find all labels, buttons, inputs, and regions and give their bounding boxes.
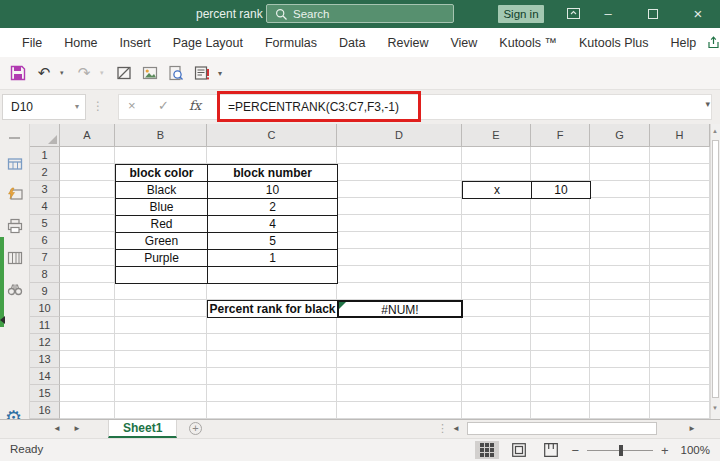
sheet-tab-sheet1[interactable]: Sheet1 (108, 420, 177, 438)
minimize-button[interactable]: – (593, 0, 623, 28)
formula-bar-drag-handle[interactable]: ⋮ (92, 99, 104, 113)
sign-in-button[interactable]: Sign in (498, 5, 544, 23)
cell-b2[interactable]: block color (115, 164, 208, 182)
qat-customize-icon[interactable]: ▾ (218, 69, 226, 78)
cell-b4[interactable]: Blue (115, 198, 208, 216)
tab-data[interactable]: Data (328, 36, 376, 50)
cell-b5[interactable]: Red (115, 215, 208, 233)
column-header-b[interactable]: B (115, 124, 207, 147)
row-header-2[interactable]: 2 (30, 164, 60, 181)
column-list-icon[interactable] (7, 250, 23, 266)
column-header-d[interactable]: D (337, 124, 462, 147)
name-box-dropdown-icon[interactable]: ▾ (75, 95, 79, 119)
hscroll-right-icon[interactable]: ► (688, 424, 696, 433)
tab-formulas[interactable]: Formulas (254, 36, 328, 50)
spreadsheet-grid[interactable]: ABCDEFGH12345678910111213141516block col… (30, 124, 710, 419)
print-preview-icon[interactable] (166, 62, 186, 84)
normal-view-button[interactable] (475, 441, 499, 459)
select-all-corner[interactable] (30, 124, 60, 147)
row-header-10[interactable]: 10 (30, 300, 60, 317)
name-box[interactable]: D10 ▾ (2, 94, 86, 120)
formula-bar-expand-icon[interactable]: ▾ (705, 99, 710, 109)
tab-kutools[interactable]: Kutools ™ (488, 36, 568, 50)
zoom-in-icon[interactable]: + (661, 443, 669, 458)
insert-function-icon[interactable]: fx (189, 98, 201, 113)
cell-c2[interactable]: block number (207, 164, 338, 182)
row-header-5[interactable]: 5 (30, 215, 60, 232)
page-break-view-button[interactable] (539, 441, 563, 459)
row-header-7[interactable]: 7 (30, 249, 60, 266)
row-header-8[interactable]: 8 (30, 266, 60, 283)
tab-insert[interactable]: Insert (109, 36, 162, 50)
column-header-f[interactable]: F (531, 124, 590, 147)
column-header-a[interactable]: A (60, 124, 115, 147)
enter-icon[interactable]: ✓ (158, 98, 169, 113)
tab-page-layout[interactable]: Page Layout (162, 36, 254, 50)
quick-pane-icon[interactable] (7, 186, 23, 202)
cancel-icon[interactable]: × (128, 98, 136, 113)
undo-icon[interactable]: ↶ (34, 62, 54, 84)
scroll-down-icon[interactable]: ▼ (712, 405, 718, 411)
column-header-g[interactable]: G (590, 124, 650, 147)
tab-help[interactable]: Help (660, 36, 708, 50)
tab-file[interactable]: File (11, 36, 53, 50)
cell-c6[interactable]: 5 (207, 232, 338, 250)
close-button[interactable]: × (683, 0, 713, 28)
cell-b6[interactable]: Green (115, 232, 208, 250)
row-header-3[interactable]: 3 (30, 181, 60, 198)
picture-icon[interactable] (140, 62, 160, 84)
new-sheet-button[interactable]: + (189, 422, 202, 435)
cell-c7[interactable]: 1 (207, 249, 338, 267)
form-alert-icon[interactable] (192, 62, 212, 84)
sheet-nav-left-icon[interactable]: ◄ (53, 424, 61, 433)
undo-dropdown-icon[interactable]: ▾ (60, 69, 68, 77)
zoom-slider[interactable] (587, 450, 653, 451)
column-header-e[interactable]: E (462, 124, 531, 147)
row-header-13[interactable]: 13 (30, 351, 60, 368)
scroll-up-icon[interactable]: ▲ (712, 128, 718, 134)
redo-icon[interactable]: ↷ (74, 62, 94, 84)
row-header-15[interactable]: 15 (30, 385, 60, 402)
cell-c4[interactable]: 2 (207, 198, 338, 216)
tab-home[interactable]: Home (53, 36, 108, 50)
workbook-table-icon[interactable] (7, 156, 23, 172)
row-header-12[interactable]: 12 (30, 334, 60, 351)
row-header-16[interactable]: 16 (30, 402, 60, 419)
sheet-nav-right-icon[interactable]: ► (73, 424, 81, 433)
hscroll-left-icon[interactable]: ◄ (452, 424, 460, 433)
cell-c5[interactable]: 4 (207, 215, 338, 233)
zoom-level[interactable]: 100% (681, 444, 710, 456)
column-header-c[interactable]: C (207, 124, 337, 147)
printer-icon[interactable] (7, 218, 23, 234)
maximize-button[interactable] (638, 0, 668, 28)
cell-f3[interactable]: 10 (531, 181, 591, 199)
pane-collapse-handle[interactable] (9, 137, 20, 139)
ribbon-display-options-icon[interactable] (558, 0, 588, 28)
cell-b3[interactable]: Black (115, 181, 208, 199)
cell-b8[interactable] (115, 266, 208, 284)
horizontal-scroll-thumb[interactable] (467, 422, 657, 435)
cell-c10[interactable]: Percent rank for black (207, 300, 338, 318)
row-header-14[interactable]: 14 (30, 368, 60, 385)
zoom-slider-thumb[interactable] (619, 445, 623, 456)
row-header-1[interactable]: 1 (30, 147, 60, 164)
tab-review[interactable]: Review (376, 36, 439, 50)
pane-active-indicator[interactable] (0, 237, 4, 327)
share-button[interactable]: Share (707, 36, 720, 50)
tab-view[interactable]: View (439, 36, 488, 50)
row-header-6[interactable]: 6 (30, 232, 60, 249)
hscroll-drag-handle[interactable]: ⋮ (437, 422, 448, 435)
column-header-h[interactable]: H (650, 124, 710, 147)
save-icon[interactable] (8, 62, 28, 84)
cell-e3[interactable]: x (462, 181, 532, 199)
vertical-scroll-thumb[interactable] (712, 140, 719, 398)
cell-c3[interactable]: 10 (207, 181, 338, 199)
binoculars-icon[interactable] (7, 282, 23, 298)
cell-c8[interactable] (207, 266, 338, 284)
page-layout-view-button[interactable] (507, 441, 531, 459)
pane-collapse-arrow-icon[interactable] (0, 316, 5, 324)
row-header-11[interactable]: 11 (30, 317, 60, 334)
cell-b7[interactable]: Purple (115, 249, 208, 267)
redo-dropdown-icon[interactable]: ▾ (100, 69, 108, 77)
vertical-scrollbar[interactable]: ▲ ▼ (710, 124, 720, 419)
